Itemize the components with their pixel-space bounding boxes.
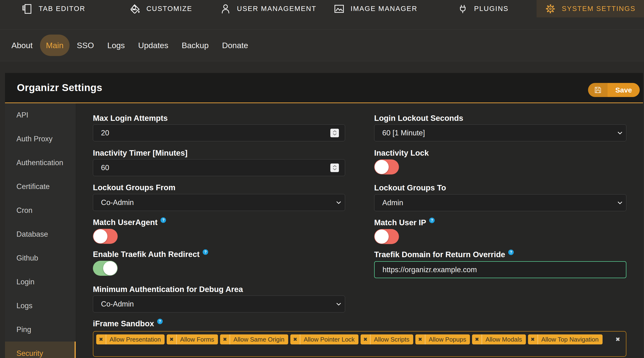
tab-donate[interactable]: Donate [216,35,254,56]
max-login-attempts-label: Max Login Attempts [93,114,345,122]
sidebar-item-label: Security [16,349,43,358]
toggle-knob [93,229,108,243]
nav-item-label: IMAGE MANAGER [350,5,418,13]
remove-tag-icon[interactable]: ✖ [415,334,425,344]
help-icon[interactable]: ? [429,218,435,223]
help-icon[interactable]: ? [203,249,208,255]
sandbox-tag[interactable]: ✖Allow Presentation [96,334,164,344]
remove-tag-icon[interactable]: ✖ [528,334,538,344]
settings-tabs: About Main SSO Logs Updates Backup Donat… [0,30,644,61]
inactivity-lock-toggle[interactable] [374,159,399,174]
sidebar-item-auth-proxy[interactable]: Auth Proxy [5,127,76,151]
match-useragent-label: Match UserAgent? [93,218,345,226]
page-title: Organizr Settings [17,82,102,93]
login-lockout-seconds-field: 60 [1 Minute] [374,124,626,141]
sandbox-tag-label: Allow Pointer Lock [300,334,358,344]
sidebar-item-label: Cron [16,206,32,215]
sandbox-tag[interactable]: ✖Allow Top Navigation [528,334,602,344]
help-icon[interactable]: ? [508,250,514,255]
tab-sso[interactable]: SSO [71,35,100,56]
sidebar-item-github[interactable]: Github [5,246,76,270]
nav-item-image-manager[interactable]: IMAGE MANAGER [322,0,430,18]
remove-tag-icon[interactable]: ✖ [220,334,230,344]
sandbox-tag-label: Allow Modals [482,334,526,344]
tab-updates[interactable]: Updates [132,35,174,56]
min-auth-debug-select[interactable]: Co-Admin [93,295,345,312]
max-login-attempts-field [93,124,345,141]
sidebar-item-certificate[interactable]: Certificate [5,175,76,199]
remove-tag-icon[interactable]: ✖ [472,334,482,344]
lockout-groups-to-select[interactable]: Admin [374,194,626,211]
sandbox-tag-label: Allow Scripts [370,334,413,344]
sidebar-item-database[interactable]: Database [5,222,76,246]
remove-tag-icon[interactable]: ✖ [360,334,370,344]
traefik-domain-field [374,261,626,278]
inactivity-lock-label: Inactivity Lock [374,149,626,157]
inactivity-timer-input[interactable] [93,159,345,176]
sidebar-item-cron[interactable]: Cron [5,199,76,222]
number-stepper[interactable] [330,164,339,172]
min-auth-debug-label: Minimum Authentication for Debug Area [93,285,345,293]
lockout-groups-from-select[interactable]: Co-Admin [93,194,345,211]
traefik-domain-input[interactable] [374,261,626,278]
gear-icon [545,4,556,14]
remove-tag-icon[interactable]: ✖ [167,334,177,344]
tab-label: Donate [222,41,248,50]
enable-traefik-toggle[interactable] [93,261,118,276]
sandbox-tag[interactable]: ✖Allow Modals [472,334,526,344]
sidebar-item-authentication[interactable]: Authentication [5,151,76,175]
tab-about[interactable]: About [6,35,38,56]
sidebar-item-ping[interactable]: Ping [5,318,76,341]
nav-item-plugins[interactable]: PLUGINS [430,0,537,18]
lockout-groups-from-field: Co-Admin [93,194,345,211]
tab-label: About [12,41,33,50]
tab-label: Updates [138,41,168,50]
inactivity-timer-label: Inactivity Timer [Minutes] [93,149,345,157]
help-icon[interactable]: ? [157,319,163,324]
max-login-attempts-input[interactable] [93,124,345,141]
lockout-groups-to-field: Admin [374,194,626,211]
sidebar-item-api[interactable]: API [5,103,76,127]
sidebar-item-label: Ping [16,325,31,334]
stepper-down-icon [333,168,337,170]
right-column: Login Lockout Seconds 60 [1 Minute] Inac… [374,114,626,328]
iframe-sandbox-label: iFrame Sandbox? [93,320,345,328]
match-user-ip-toggle[interactable] [374,229,399,244]
help-icon[interactable]: ? [160,217,166,223]
floppy-disk-icon [594,86,602,94]
paint-bucket-icon [130,4,140,14]
tab-main[interactable]: Main [40,35,70,56]
sidebar-item-label: Database [16,230,48,239]
remove-tag-icon[interactable]: ✖ [96,334,106,344]
remove-tag-icon[interactable]: ✖ [290,334,300,344]
organizr-settings-panel: Organizr Settings Save API Auth Proxy Au… [5,73,643,358]
tab-backup[interactable]: Backup [176,35,214,56]
iframe-sandbox-tagbox[interactable]: ✖Allow Presentation ✖Allow Forms ✖Allow … [93,331,626,357]
inactivity-timer-field [93,159,345,176]
clear-all-tags-icon[interactable]: ✖ [616,334,622,344]
sandbox-tag-label: Allow Same Origin [230,334,288,344]
number-stepper[interactable] [330,129,339,137]
sandbox-tag[interactable]: ✖Allow Pointer Lock [290,334,358,344]
sandbox-tag[interactable]: ✖Allow Popups [415,334,470,344]
tab-label: SSO [77,41,94,50]
match-useragent-toggle[interactable] [93,229,118,244]
nav-item-system-settings[interactable]: SYSTEM SETTINGS [536,0,644,18]
tab-label: Backup [182,41,209,50]
sidebar-item-logs[interactable]: Logs [5,294,76,318]
sidebar-item-login[interactable]: Login [5,270,76,294]
nav-item-customize[interactable]: CUSTOMIZE [108,0,215,18]
save-button[interactable]: Save [588,83,640,97]
sidebar-item-security[interactable]: Security [5,341,76,358]
nav-item-user-management[interactable]: USER MANAGEMENT [214,0,322,18]
tab-logs[interactable]: Logs [101,35,131,56]
tab-label: Main [46,41,64,50]
sandbox-tag[interactable]: ✖Allow Scripts [360,334,413,344]
sandbox-tag[interactable]: ✖Allow Same Origin [220,334,288,344]
toggle-knob [375,229,389,244]
nav-item-tab-editor[interactable]: TAB EDITOR [0,0,108,18]
sandbox-tag[interactable]: ✖Allow Forms [167,334,218,344]
login-lockout-seconds-select[interactable]: 60 [1 Minute] [374,124,626,141]
toggle-knob [103,261,117,275]
label-text: Lockout Groups From [93,184,176,192]
